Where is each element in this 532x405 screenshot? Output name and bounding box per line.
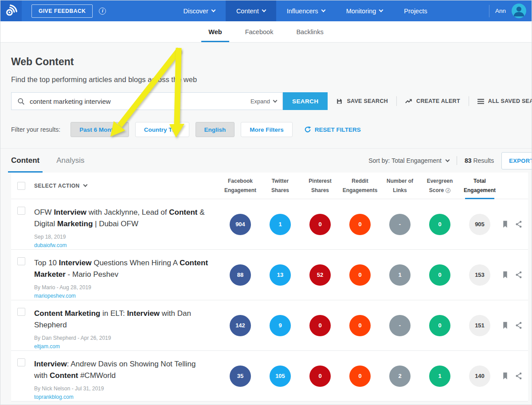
results-table: SELECT ACTION FacebookEngagement Twitter… bbox=[11, 173, 528, 401]
pinterest-shares-value: 0 bbox=[309, 315, 331, 336]
column-evergreen-score[interactable]: Evergreen Scorei bbox=[420, 173, 460, 199]
user-menu[interactable]: Ann bbox=[480, 0, 532, 21]
search-section: Web Content Find the top performing arti… bbox=[0, 43, 532, 149]
table-row: Content Marketing in ELT: Interview with… bbox=[11, 300, 528, 351]
table-row: OFW Interview with Jacklynne, Lead of Co… bbox=[11, 199, 528, 250]
article-title[interactable]: OFW Interview with Jacklynne, Lead of Co… bbox=[34, 207, 209, 230]
bookmark-icon[interactable] bbox=[502, 322, 509, 329]
user-avatar[interactable] bbox=[512, 4, 526, 18]
save-search-button[interactable]: SAVE SEARCH bbox=[328, 98, 396, 105]
divider bbox=[489, 5, 489, 17]
filter-past-6-months[interactable]: Past 6 Months bbox=[70, 122, 129, 137]
column-pinterest-shares[interactable]: PinterestShares bbox=[300, 173, 340, 199]
total-engagement-value: 905 bbox=[469, 214, 490, 235]
create-alert-button[interactable]: CREATE ALERT bbox=[397, 98, 469, 104]
logo-icon bbox=[4, 4, 19, 18]
column-reddit-engagements[interactable]: RedditEngagements bbox=[340, 173, 380, 199]
bookmark-icon[interactable] bbox=[502, 220, 509, 228]
info-icon[interactable]: i bbox=[446, 188, 450, 193]
subtab-facebook[interactable]: Facebook bbox=[244, 21, 274, 42]
expand-toggle[interactable]: Expand bbox=[250, 98, 277, 105]
pinterest-shares-value: 52 bbox=[309, 264, 331, 286]
reddit-engagements-value: 0 bbox=[349, 214, 371, 235]
evergreen-score-value: 0 bbox=[429, 214, 450, 235]
row-checkbox[interactable] bbox=[17, 257, 25, 265]
facebook-engagement-value: 142 bbox=[230, 315, 251, 336]
article-domain-link[interactable]: eltjam.com bbox=[34, 343, 60, 350]
chevron-down-icon bbox=[211, 8, 215, 12]
share-icon[interactable] bbox=[515, 220, 522, 228]
refresh-icon bbox=[304, 126, 311, 133]
search-query-text: content marketing interview bbox=[30, 98, 111, 105]
nav-item-projects[interactable]: Projects bbox=[393, 0, 438, 21]
share-icon[interactable] bbox=[515, 322, 522, 329]
nav-item-monitoring[interactable]: Monitoring bbox=[336, 0, 394, 21]
nav-item-content[interactable]: Content bbox=[226, 0, 276, 21]
number-of-links-value: 1 bbox=[389, 264, 411, 286]
divider bbox=[457, 156, 457, 165]
reset-filters-button[interactable]: RESET FILTERS bbox=[304, 126, 361, 133]
feedback-info-icon[interactable]: i bbox=[99, 8, 106, 15]
bookmark-icon[interactable] bbox=[502, 372, 509, 380]
bookmark-icon[interactable] bbox=[502, 271, 509, 279]
article-domain-link[interactable]: dubaiofw.com bbox=[34, 242, 66, 248]
sort-area: Sort by: Total Engagement 83 Results EXP… bbox=[368, 149, 521, 173]
chevron-down-icon bbox=[379, 8, 383, 12]
subtab-web[interactable]: Web bbox=[207, 21, 223, 42]
pinterest-shares-value: 0 bbox=[309, 366, 331, 387]
twitter-shares-value: 9 bbox=[270, 315, 291, 336]
top-navigation-bar: GIVE FEEDBACK i Discover Content Influen… bbox=[0, 0, 532, 21]
column-facebook-engagement[interactable]: FacebookEngagement bbox=[220, 173, 260, 199]
share-icon[interactable] bbox=[515, 372, 522, 380]
nav-item-discover[interactable]: Discover bbox=[172, 0, 225, 21]
nav-item-influencers[interactable]: Influencers bbox=[276, 0, 336, 21]
trend-up-icon bbox=[405, 98, 412, 104]
row-checkbox[interactable] bbox=[17, 358, 25, 366]
search-button[interactable]: SEARCH bbox=[283, 92, 328, 110]
row-checkbox[interactable] bbox=[17, 207, 25, 215]
filter-country-tld[interactable]: Country TLD bbox=[135, 122, 189, 137]
facebook-engagement-value: 35 bbox=[230, 366, 251, 387]
total-engagement-value: 140 bbox=[469, 366, 490, 387]
table-row: Top 10 Interview Questions When Hiring A… bbox=[11, 250, 528, 300]
share-icon[interactable] bbox=[515, 271, 522, 279]
article-title[interactable]: Top 10 Interview Questions When Hiring A… bbox=[34, 257, 209, 281]
column-twitter-shares[interactable]: TwitterShares bbox=[260, 173, 300, 199]
facebook-engagement-value: 904 bbox=[230, 214, 251, 235]
export-button[interactable]: EXPORT bbox=[501, 152, 532, 169]
subtab-backlinks[interactable]: Backlinks bbox=[295, 21, 324, 42]
evergreen-score-value: 1 bbox=[429, 366, 450, 387]
article-domain-link[interactable]: mariopeshev.com bbox=[34, 293, 76, 299]
list-icon bbox=[477, 98, 484, 104]
chevron-down-icon bbox=[273, 98, 278, 102]
all-saved-searches-button[interactable]: ALL SAVED SEARCHES bbox=[469, 98, 532, 104]
search-row: content marketing interview Expand SEARC… bbox=[11, 92, 521, 110]
buzzsumo-logo[interactable] bbox=[0, 0, 22, 21]
give-feedback-button[interactable]: GIVE FEEDBACK bbox=[31, 4, 93, 18]
select-action-dropdown[interactable]: SELECT ACTION bbox=[34, 183, 220, 189]
page-title: Web Content bbox=[11, 43, 521, 68]
chevron-down-icon bbox=[321, 8, 325, 12]
content-subnav: Web Facebook Backlinks bbox=[0, 21, 532, 43]
number-of-links-value: 2 bbox=[389, 366, 411, 387]
reddit-engagements-value: 0 bbox=[349, 315, 371, 336]
twitter-shares-value: 105 bbox=[270, 366, 291, 387]
search-input[interactable]: content marketing interview Expand bbox=[11, 92, 283, 110]
filter-english[interactable]: English bbox=[196, 122, 235, 137]
search-icon bbox=[17, 98, 25, 105]
tab-content[interactable]: Content bbox=[11, 149, 39, 173]
filter-more-filters[interactable]: More Filters bbox=[241, 122, 293, 137]
article-title[interactable]: Content Marketing in ELT: Interview with… bbox=[34, 308, 209, 331]
select-all-checkbox[interactable] bbox=[17, 182, 25, 190]
sort-by-dropdown[interactable]: Sort by: Total Engagement bbox=[368, 157, 449, 164]
tab-analysis[interactable]: Analysis bbox=[56, 149, 84, 173]
reddit-engagements-value: 0 bbox=[349, 366, 371, 387]
article-title[interactable]: Interview: Andrew Davis on Showing Not T… bbox=[34, 358, 209, 382]
column-total-engagement[interactable]: TotalEngagement bbox=[460, 173, 500, 199]
row-checkbox[interactable] bbox=[17, 308, 25, 316]
search-actions: SAVE SEARCH CREATE ALERT ALL SAVED SEARC… bbox=[328, 96, 532, 106]
column-number-of-links[interactable]: Number ofLinks bbox=[380, 173, 420, 199]
chevron-down-icon bbox=[446, 157, 450, 162]
save-icon bbox=[336, 98, 343, 105]
article-domain-link[interactable]: toprankblog.com bbox=[34, 394, 74, 400]
